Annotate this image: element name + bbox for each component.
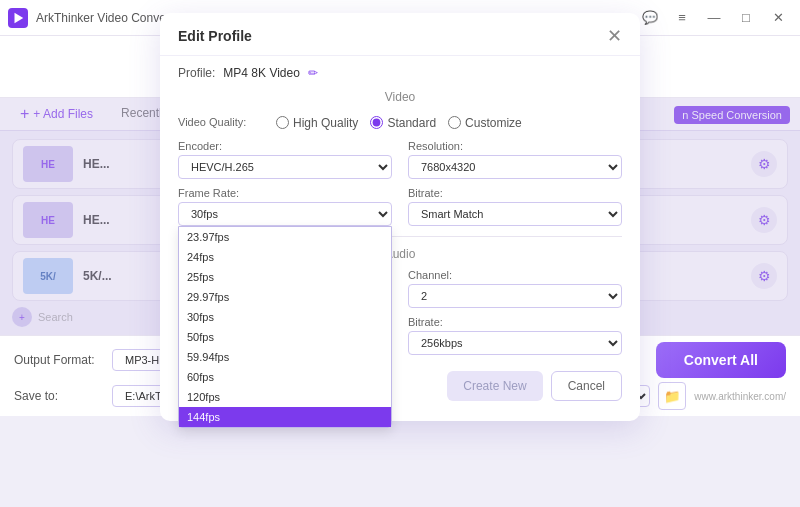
- fps-144[interactable]: 144fps: [179, 407, 391, 427]
- convert-all-button[interactable]: Convert All: [656, 342, 786, 378]
- maximize-button[interactable]: □: [732, 8, 760, 28]
- encoder-label: Encoder:: [178, 140, 392, 152]
- audio-bitrate-label: Bitrate:: [408, 316, 622, 328]
- profile-value: MP4 8K Video: [223, 66, 300, 80]
- edit-icon[interactable]: ✏: [308, 66, 318, 80]
- frame-rate-label: Frame Rate:: [178, 187, 392, 199]
- video-section-label: Video: [178, 90, 622, 104]
- modal-close-button[interactable]: ✕: [607, 27, 622, 45]
- quality-standard-label: Standard: [387, 116, 436, 130]
- app-icon: [8, 8, 28, 28]
- audio-bitrate-select[interactable]: 256kbps: [408, 331, 622, 355]
- channel-label: Channel:: [408, 269, 622, 281]
- quality-customize[interactable]: Customize: [448, 116, 522, 130]
- profile-row: Profile: MP4 8K Video ✏: [178, 66, 622, 80]
- folder-button[interactable]: 📁: [658, 382, 686, 410]
- resolution-select[interactable]: 7680x4320: [408, 155, 622, 179]
- resolution-label: Resolution:: [408, 140, 622, 152]
- frame-rate-select[interactable]: 30fps: [178, 202, 392, 226]
- frame-rate-container: Frame Rate: 30fps 23.97fps 24fps 25fps 2…: [178, 187, 392, 226]
- modal-title: Edit Profile: [178, 28, 252, 44]
- minimize-button[interactable]: —: [700, 8, 728, 28]
- encoder-row: Encoder: HEVC/H.265: [178, 140, 392, 179]
- channel-select[interactable]: 2: [408, 284, 622, 308]
- fps-24[interactable]: 24fps: [179, 247, 391, 267]
- footer-right: Create New Cancel: [447, 371, 622, 401]
- fps-60[interactable]: 60fps: [179, 367, 391, 387]
- title-controls: 💬 ≡ — □ ✕: [636, 8, 792, 28]
- fps-30[interactable]: 30fps: [179, 307, 391, 327]
- menu-button[interactable]: ≡: [668, 8, 696, 28]
- fps-23[interactable]: 23.97fps: [179, 227, 391, 247]
- resolution-row: Resolution: 7680x4320: [408, 140, 622, 179]
- fps-50[interactable]: 50fps: [179, 327, 391, 347]
- modal-header: Edit Profile ✕: [160, 13, 640, 56]
- fps-25[interactable]: 25fps: [179, 267, 391, 287]
- website-label: www.arkthinker.com/: [694, 391, 786, 402]
- quality-high[interactable]: High Quality: [276, 116, 358, 130]
- profile-label: Profile:: [178, 66, 215, 80]
- form-grid-video: Encoder: HEVC/H.265 Resolution: 7680x432…: [178, 140, 622, 226]
- quality-label: Video Quality:: [178, 116, 268, 128]
- svg-marker-0: [15, 12, 24, 23]
- bitrate-label: Bitrate:: [408, 187, 622, 199]
- quality-standard[interactable]: Standard: [370, 116, 436, 130]
- quality-radio-group: High Quality Standard Customize: [276, 116, 522, 130]
- modal-overlay: Edit Profile ✕ Profile: MP4 8K Video ✏ V…: [0, 98, 800, 335]
- encoder-select[interactable]: HEVC/H.265: [178, 155, 392, 179]
- bitrate-select[interactable]: Smart Match: [408, 202, 622, 226]
- bitrate-row: Bitrate: Smart Match: [408, 187, 622, 226]
- output-format-label: Output Format:: [14, 353, 104, 367]
- audio-bitrate-row: Bitrate: 256kbps: [408, 316, 622, 355]
- frame-rate-dropdown: 30fps 23.97fps 24fps 25fps 29.97fps 30fp…: [178, 202, 392, 226]
- fps-2997[interactable]: 29.97fps: [179, 287, 391, 307]
- save-to-label: Save to:: [14, 389, 104, 403]
- create-new-button[interactable]: Create New: [447, 371, 542, 401]
- edit-profile-modal: Edit Profile ✕ Profile: MP4 8K Video ✏ V…: [160, 13, 640, 421]
- fps-120[interactable]: 120fps: [179, 387, 391, 407]
- quality-high-label: High Quality: [293, 116, 358, 130]
- channel-row: Channel: 2: [408, 269, 622, 308]
- quality-customize-label: Customize: [465, 116, 522, 130]
- cancel-button[interactable]: Cancel: [551, 371, 622, 401]
- frame-rate-list: 23.97fps 24fps 25fps 29.97fps 30fps 50fp…: [178, 226, 392, 428]
- fps-5994[interactable]: 59.94fps: [179, 347, 391, 367]
- close-button[interactable]: ✕: [764, 8, 792, 28]
- chat-button[interactable]: 💬: [636, 8, 664, 28]
- modal-body: Profile: MP4 8K Video ✏ Video Video Qual…: [160, 56, 640, 365]
